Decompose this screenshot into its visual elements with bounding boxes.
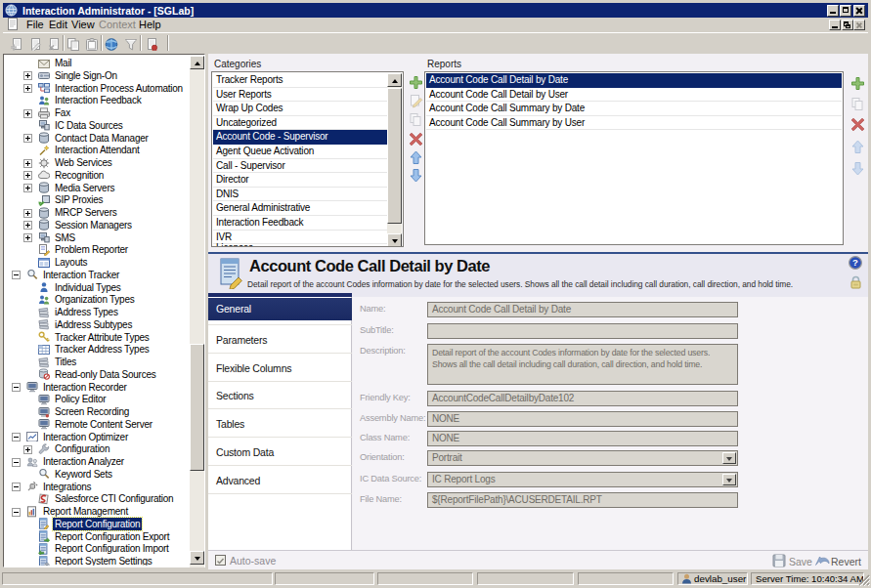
svg-text:?: ? (852, 257, 858, 268)
